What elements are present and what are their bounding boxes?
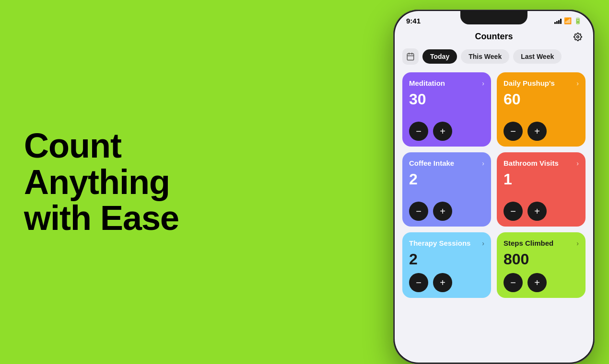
- filter-last-week-button[interactable]: Last Week: [513, 49, 562, 64]
- card-count-bathroom: 1: [504, 171, 579, 197]
- phone-device: 9:41 📶 🔋 Counters: [393, 10, 595, 364]
- increment-pushups-button[interactable]: +: [527, 122, 547, 141]
- increment-coffee-button[interactable]: +: [433, 202, 452, 221]
- status-time: 9:41: [406, 17, 421, 25]
- counter-card-pushups: Daily Pushup's › 60 − +: [497, 72, 586, 147]
- chevron-icon: ›: [482, 80, 484, 87]
- counter-card-therapy: Therapy Sessions › 2 − +: [402, 232, 491, 298]
- chevron-icon: ›: [576, 80, 579, 87]
- card-header: Steps Climbed ›: [504, 239, 579, 248]
- card-header: Meditation ›: [409, 79, 484, 88]
- card-controls: − +: [409, 202, 484, 221]
- svg-point-0: [577, 35, 579, 38]
- card-header: Therapy Sessions ›: [409, 239, 484, 248]
- counter-card-coffee: Coffee Intake › 2 − +: [402, 152, 491, 227]
- card-title-pushups: Daily Pushup's: [504, 79, 574, 88]
- calendar-button[interactable]: [402, 48, 419, 65]
- increment-bathroom-button[interactable]: +: [527, 202, 547, 221]
- card-count-pushups: 60: [504, 91, 579, 117]
- card-title-therapy: Therapy Sessions: [409, 239, 480, 248]
- card-controls: − +: [409, 273, 484, 292]
- filter-today-button[interactable]: Today: [422, 49, 457, 64]
- increment-steps-button[interactable]: +: [527, 273, 547, 292]
- headline-line1: Count: [24, 126, 121, 165]
- decrement-steps-button[interactable]: −: [504, 273, 523, 292]
- card-title-meditation: Meditation: [409, 79, 480, 88]
- app-title: Counters: [475, 32, 513, 42]
- decrement-therapy-button[interactable]: −: [409, 273, 428, 292]
- card-controls: − +: [409, 122, 484, 141]
- calendar-icon: [406, 52, 415, 61]
- signal-bars-icon: [554, 18, 562, 24]
- counter-card-meditation: Meditation › 30 − +: [402, 72, 491, 147]
- app-header: Counters: [402, 27, 586, 48]
- increment-meditation-button[interactable]: +: [433, 122, 452, 141]
- chevron-icon: ›: [576, 239, 579, 247]
- phone-notch: [460, 11, 527, 24]
- chevron-icon: ›: [482, 239, 484, 247]
- counter-card-bathroom: Bathroom Visits › 1 − +: [497, 152, 586, 227]
- marketing-text: Count Anything with Ease: [24, 128, 273, 237]
- settings-button[interactable]: [570, 29, 586, 45]
- card-header: Bathroom Visits ›: [504, 159, 579, 168]
- wifi-icon: 📶: [564, 17, 572, 24]
- decrement-pushups-button[interactable]: −: [504, 122, 523, 141]
- card-title-coffee: Coffee Intake: [409, 159, 480, 168]
- headline-line3: with Ease: [24, 199, 179, 237]
- counter-card-steps: Steps Climbed › 800 − +: [497, 232, 586, 298]
- gear-icon: [574, 33, 582, 41]
- decrement-coffee-button[interactable]: −: [409, 202, 428, 221]
- phone-screen: 9:41 📶 🔋 Counters: [395, 11, 593, 363]
- decrement-meditation-button[interactable]: −: [409, 122, 428, 141]
- battery-icon: 🔋: [574, 17, 582, 24]
- increment-therapy-button[interactable]: +: [433, 273, 452, 292]
- filter-bar: Today This Week Last Week: [402, 48, 586, 65]
- chevron-icon: ›: [482, 159, 484, 167]
- card-controls: − +: [504, 202, 579, 221]
- card-title-steps: Steps Climbed: [504, 239, 574, 248]
- headline-line2: Anything: [24, 162, 170, 201]
- card-header: Daily Pushup's ›: [504, 79, 579, 88]
- decrement-bathroom-button[interactable]: −: [504, 202, 523, 221]
- card-count-meditation: 30: [409, 91, 484, 117]
- chevron-icon: ›: [576, 159, 579, 167]
- svg-rect-1: [407, 54, 414, 60]
- card-count-therapy: 2: [409, 250, 484, 268]
- headline: Count Anything with Ease: [24, 128, 273, 237]
- card-title-bathroom: Bathroom Visits: [504, 159, 574, 168]
- counter-grid: Meditation › 30 − + Daily Pushup's: [402, 72, 586, 298]
- filter-this-week-button[interactable]: This Week: [461, 49, 509, 64]
- status-icons: 📶 🔋: [554, 17, 582, 24]
- card-header: Coffee Intake ›: [409, 159, 484, 168]
- card-count-steps: 800: [504, 250, 579, 268]
- card-count-coffee: 2: [409, 171, 484, 197]
- card-controls: − +: [504, 273, 579, 292]
- card-controls: − +: [504, 122, 579, 141]
- app-content: Counters: [395, 27, 593, 298]
- phone-frame: 9:41 📶 🔋 Counters: [393, 10, 595, 364]
